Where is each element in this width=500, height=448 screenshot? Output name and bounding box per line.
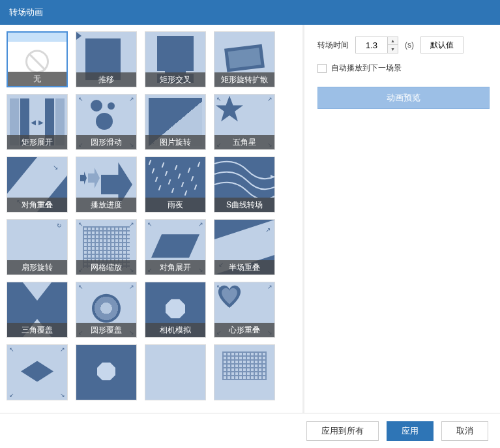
duration-row: 转场时间 ▲ ▼ (s) 默认值 (317, 37, 490, 53)
settings-panel: 转场时间 ▲ ▼ (s) 默认值 自动播放到下一场景 动画预览 (304, 25, 500, 413)
transition-thumb-diag[interactable]: ↘↖对角重叠 (7, 157, 68, 213)
duration-input[interactable] (356, 37, 387, 53)
transition-thumb-rotate[interactable]: 矩形旋转扩散 (214, 31, 275, 87)
transition-label: 图片旋转 (145, 135, 205, 149)
dialog-title: 转场动画 (9, 7, 43, 18)
autoplay-row: 自动播放到下一场景 (317, 63, 490, 74)
transition-thumb-circ-cover[interactable]: ↖↗↙↘圆形覆盖 (76, 282, 137, 338)
transition-label: 网格缩放 (76, 260, 136, 275)
transition-thumb-circle-slide[interactable]: ↖↗↙↘圆形滑动 (76, 94, 137, 150)
main-content: 无推移矩形交叉矩形旋转扩散▶▶矩形展开↖↗↙↘圆形滑动↷↶图片旋转↖↗↙↘五角星… (0, 25, 500, 413)
transition-label: 相机模拟 (145, 323, 205, 337)
transition-label: 雨夜 (145, 198, 205, 212)
transition-label: 心形重叠 (214, 323, 274, 337)
transition-label: 播放进度 (76, 198, 136, 212)
transition-thumb-fan[interactable]: ↻扇形旋转 (7, 219, 68, 275)
transition-icon: ↖↗↙↘ (7, 345, 67, 400)
transition-label: S曲线转场 (214, 198, 274, 212)
transition-thumb-pic-rotate[interactable]: ↷↶图片旋转 (145, 94, 206, 150)
transition-label: 圆形滑动 (76, 135, 136, 149)
transition-thumb-rectcross[interactable]: 矩形交叉 (145, 31, 206, 87)
transition-thumb-expand[interactable]: ▶▶矩形展开 (7, 94, 68, 150)
autoplay-label: 自动播放到下一场景 (331, 63, 402, 74)
transition-thumb-half[interactable]: ↙↗半场重叠 (214, 219, 275, 275)
preview-button[interactable]: 动画预览 (317, 87, 490, 109)
duration-input-wrap: ▲ ▼ (355, 37, 398, 53)
transition-thumb-p2[interactable] (76, 344, 137, 400)
duration-label: 转场时间 (317, 40, 349, 51)
duration-spinner: ▲ ▼ (387, 37, 398, 53)
transition-thumb-none[interactable]: 无 (7, 31, 68, 87)
duration-unit: (s) (405, 40, 414, 50)
dialog-footer: 应用到所有 应用 取消 (0, 413, 500, 448)
transition-label: 圆形覆盖 (76, 323, 136, 337)
transition-thumb-progress[interactable]: 播放进度 (76, 157, 137, 213)
transition-label: 矩形交叉 (145, 72, 205, 87)
transition-thumb-rain[interactable]: 雨夜 (145, 157, 206, 213)
transition-thumb-tri-cover[interactable]: 三角覆盖 (7, 282, 68, 338)
transition-thumb-p4[interactable] (214, 344, 275, 400)
transition-thumb-scurve[interactable]: S曲线转场 (214, 157, 275, 213)
transition-icon (76, 345, 136, 400)
cancel-button[interactable]: 取消 (441, 421, 488, 441)
transition-label: 对角展开 (145, 260, 205, 275)
transition-label: 扇形旋转 (7, 260, 67, 275)
transition-thumb-p3[interactable] (145, 344, 206, 400)
transition-thumb-star[interactable]: ↖↗↙↘五角星 (214, 94, 275, 150)
apply-button[interactable]: 应用 (387, 421, 434, 441)
duration-up-button[interactable]: ▲ (388, 37, 398, 45)
transition-label: 半场重叠 (214, 260, 274, 275)
transition-label: 对角重叠 (7, 198, 67, 212)
transition-thumb-diag-expand[interactable]: ↖↗↙↘对角展开 (145, 219, 206, 275)
transition-thumb-camera[interactable]: 相机模拟 (145, 282, 206, 338)
transition-icon (145, 345, 205, 400)
transition-thumb-push[interactable]: 推移 (76, 31, 137, 87)
transition-label: 矩形展开 (7, 135, 67, 149)
transition-thumb-p1[interactable]: ↖↗↙↘ (7, 344, 68, 400)
dialog-titlebar: 转场动画 (0, 0, 500, 25)
transition-label: 五角星 (214, 135, 274, 149)
transition-gallery: 无推移矩形交叉矩形旋转扩散▶▶矩形展开↖↗↙↘圆形滑动↷↶图片旋转↖↗↙↘五角星… (0, 25, 302, 413)
transition-label: 三角覆盖 (7, 323, 67, 337)
transition-thumb-gridzoom[interactable]: ↖↗↙↘网格缩放 (76, 219, 137, 275)
default-value-button[interactable]: 默认值 (420, 37, 463, 53)
transition-label: 推移 (76, 72, 136, 87)
transition-label: 无 (8, 72, 66, 86)
autoplay-checkbox[interactable] (317, 64, 327, 73)
transition-thumb-heart[interactable]: ↖↗↙↘心形重叠 (214, 282, 275, 338)
transition-label: 矩形旋转扩散 (214, 72, 274, 87)
transition-icon (214, 345, 274, 400)
duration-down-button[interactable]: ▼ (388, 45, 398, 53)
apply-to-all-button[interactable]: 应用到所有 (306, 421, 379, 441)
